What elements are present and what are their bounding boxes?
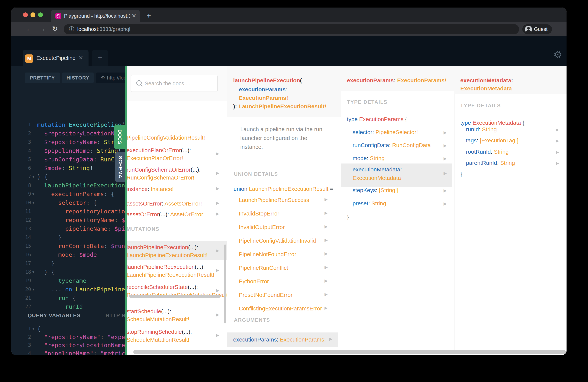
- expand-arrow-icon[interactable]: ▶: [324, 211, 328, 215]
- type-field[interactable]: stepKeys: [String!]: [353, 186, 398, 194]
- history-button[interactable]: HISTORY: [62, 72, 94, 83]
- docs-item[interactable]: assetsOrError: AssetsOrError!: [127, 200, 202, 208]
- endpoint-input[interactable]: ⟲http://loc: [96, 72, 125, 83]
- union-member[interactable]: InvalidStepError: [239, 210, 279, 217]
- docs-item[interactable]: PipelineConfigValidationResult!: [127, 134, 205, 142]
- union-member[interactable]: PipelineNotFoundError: [239, 250, 296, 258]
- prettify-button[interactable]: PRETTIFY: [25, 72, 60, 83]
- site-info-icon[interactable]: ⓘ: [69, 24, 74, 34]
- expand-arrow-icon[interactable]: ▶: [216, 268, 219, 273]
- browser-tab[interactable]: Playground - http://localhost:3 ✕: [51, 10, 140, 22]
- expand-arrow-icon[interactable]: ▶: [556, 150, 559, 155]
- docs-item[interactable]: LaunchPipelineReexecutionResult!: [127, 271, 214, 279]
- union-member[interactable]: PipelineRunConflict: [239, 264, 288, 272]
- expand-arrow-icon[interactable]: ▶: [324, 292, 328, 297]
- union-member[interactable]: InvalidOutputError: [239, 223, 285, 231]
- expand-arrow-icon[interactable]: ▶: [443, 188, 447, 193]
- fold-arrow-icon[interactable]: ▾: [32, 268, 34, 276]
- union-member[interactable]: LaunchPipelineRunSuccess: [239, 196, 309, 204]
- workspace-tab[interactable]: M ExecutePipeline ✕: [22, 50, 88, 66]
- expand-arrow-icon[interactable]: ▶: [216, 171, 219, 175]
- expand-arrow-icon[interactable]: ▶: [556, 138, 559, 143]
- expand-arrow-icon[interactable]: ▶: [216, 151, 219, 156]
- expand-arrow-icon[interactable]: ▶: [324, 238, 328, 243]
- schema-side-tab[interactable]: SCHEMA: [115, 152, 125, 182]
- expand-arrow-icon[interactable]: ▶: [324, 251, 328, 256]
- workspace-tab-close-icon[interactable]: ✕: [79, 50, 83, 66]
- docs-item[interactable]: LaunchPipelineExecutionResult!: [127, 251, 208, 259]
- expand-arrow-icon[interactable]: ▶: [216, 248, 219, 253]
- refresh-endpoint-icon[interactable]: ⟲: [96, 75, 107, 81]
- docs-item[interactable]: ScheduleMutationResult!: [127, 336, 189, 344]
- expand-arrow-icon[interactable]: ▶: [443, 201, 447, 206]
- expand-arrow-icon[interactable]: ▶: [324, 197, 328, 202]
- expand-arrow-icon[interactable]: ▶: [216, 333, 219, 338]
- fold-arrow-icon[interactable]: ▾: [32, 198, 34, 207]
- docs-horizontal-scrollbar[interactable]: [133, 350, 566, 354]
- expand-arrow-icon[interactable]: ▶: [443, 130, 447, 135]
- type-field[interactable]: runConfigData: RunConfigData: [353, 141, 431, 149]
- expand-arrow-icon[interactable]: ▶: [324, 224, 328, 229]
- docs-item[interactable]: assetOrError(...): AssetOrError!: [127, 211, 205, 218]
- fold-arrow-icon[interactable]: ▾: [32, 285, 34, 294]
- expand-arrow-icon[interactable]: ▶: [556, 161, 559, 166]
- expand-arrow-icon[interactable]: ▶: [443, 171, 447, 176]
- minimize-window-button[interactable]: [30, 12, 35, 17]
- docs-item[interactable]: ScheduleMutationResult!: [127, 315, 189, 323]
- tab-close-icon[interactable]: ✕: [132, 10, 136, 22]
- docs-item[interactable]: ExecutionPlanOrError!: [127, 154, 183, 162]
- expand-arrow-icon[interactable]: ▶: [329, 337, 333, 341]
- new-tab-button[interactable]: +: [143, 10, 154, 22]
- add-workspace-tab-button[interactable]: +: [92, 50, 108, 66]
- expand-arrow-icon[interactable]: ▶: [324, 278, 328, 283]
- type-field[interactable]: mode: String: [353, 154, 385, 162]
- union-member[interactable]: PythonError: [239, 277, 269, 285]
- docs-item[interactable]: startSchedule(...):: [127, 307, 171, 315]
- expand-arrow-icon[interactable]: ▶: [443, 156, 447, 161]
- zoom-window-button[interactable]: [38, 12, 43, 17]
- query-editor-pane[interactable]: PRETTIFY HISTORY ⟲http://loc 1mutation E…: [11, 66, 125, 355]
- forward-icon[interactable]: →: [39, 22, 45, 36]
- docs-item[interactable]: instance: Instance!: [127, 185, 174, 193]
- expand-arrow-icon[interactable]: ▶: [443, 143, 447, 148]
- type-field[interactable]: selector: PipelineSelector!: [353, 128, 418, 136]
- type-field[interactable]: ExecutionMetadata: [353, 174, 401, 182]
- union-member[interactable]: PipelineConfigValidationInvalid: [239, 237, 316, 245]
- expand-arrow-icon[interactable]: ▶: [216, 186, 219, 191]
- type-field[interactable]: runId: String: [466, 126, 497, 133]
- profile-button[interactable]: Guest: [522, 24, 552, 34]
- expand-arrow-icon[interactable]: ▶: [216, 288, 219, 293]
- union-member[interactable]: ConflictingExecutionParamsError: [239, 305, 322, 313]
- tab-http-headers[interactable]: HTTP HEADERS: [105, 310, 125, 321]
- type-field[interactable]: rootRunId: String: [466, 148, 509, 156]
- type-field[interactable]: preset: String: [353, 199, 386, 207]
- expand-arrow-icon[interactable]: ▶: [556, 127, 559, 132]
- docs-item[interactable]: stopRunningSchedule(...):: [127, 328, 192, 336]
- docs-item[interactable]: executionPlanOrError(...):: [127, 146, 191, 154]
- fold-arrow-icon[interactable]: ▾: [32, 190, 34, 198]
- docs-item[interactable]: reconcileSchedulerState(...):: [127, 283, 198, 291]
- fold-arrow-icon[interactable]: ▾: [32, 172, 34, 181]
- settings-gear-icon[interactable]: ⚙: [553, 49, 562, 60]
- url-bar[interactable]: ⓘ localhost:3333/graphql: [64, 24, 519, 34]
- type-field[interactable]: parentRunId: String: [466, 159, 515, 167]
- expand-arrow-icon[interactable]: ▶: [216, 201, 219, 206]
- reload-icon[interactable]: ↻: [52, 22, 58, 36]
- back-icon[interactable]: ←: [26, 22, 32, 36]
- search-input[interactable]: Search the docs ...: [131, 75, 217, 92]
- expand-arrow-icon[interactable]: ▶: [216, 211, 219, 216]
- tab-query-variables[interactable]: QUERY VARIABLES: [28, 310, 81, 321]
- docs-item[interactable]: launchPipelineExecution(...):: [127, 243, 198, 251]
- argument-row[interactable]: executionParams: ExecutionParams!: [233, 336, 326, 343]
- type-field[interactable]: executionMetadata:: [353, 166, 402, 173]
- docs-item[interactable]: launchPipelineReexecution(...):: [127, 263, 205, 271]
- expand-arrow-icon[interactable]: ▶: [324, 265, 328, 270]
- docs-item[interactable]: RunConfigSchemaOrError!: [127, 174, 194, 182]
- docs-list-horizontal-scrollbar[interactable]: [129, 295, 221, 297]
- close-window-button[interactable]: [23, 12, 28, 17]
- docs-side-tab[interactable]: DOCS: [114, 125, 125, 149]
- union-member[interactable]: PresetNotFoundError: [239, 291, 293, 299]
- docs-item[interactable]: runConfigSchemaOrError(...):: [127, 166, 201, 174]
- fold-arrow-icon[interactable]: ▾: [32, 324, 34, 333]
- type-field[interactable]: tags: [ExecutionTag!]: [466, 137, 519, 145]
